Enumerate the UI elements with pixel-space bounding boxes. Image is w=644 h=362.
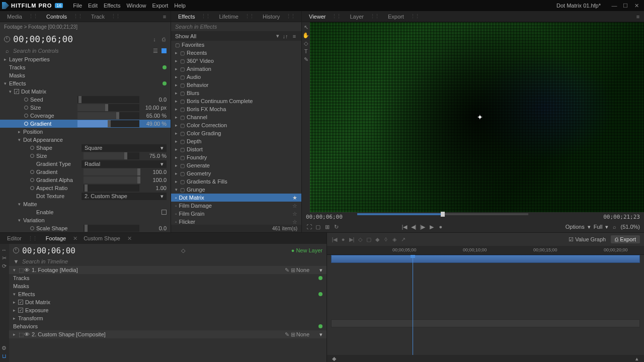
category-foundry[interactable]: Foundry (187, 154, 207, 160)
sort-icon[interactable]: ↓↑ (282, 33, 288, 39)
category-favorites[interactable]: Favorites (182, 42, 204, 48)
layer-tracks[interactable]: Tracks (13, 275, 30, 281)
pen-tool-icon[interactable]: ✎ (303, 56, 309, 62)
category-behavior[interactable]: Behavior (187, 82, 208, 88)
visibility-icon[interactable]: 👁 (24, 267, 30, 273)
viewer-canvas[interactable]: ✦ (310, 22, 644, 212)
enable-checkbox[interactable] (162, 210, 167, 215)
loop-icon[interactable]: ↻ (333, 224, 339, 230)
section-effects[interactable]: Effects (9, 80, 26, 86)
kf-prev-icon[interactable]: |◀ (331, 236, 338, 243)
keyframe-toggle[interactable] (24, 98, 28, 102)
effect-enable-checkbox[interactable]: ✓ (14, 89, 19, 94)
lock-icon[interactable]: ⬚ (18, 267, 24, 273)
effect-film-damage[interactable]: Film Damage (179, 203, 212, 209)
category-boris-continuum[interactable]: Boris Continuum Complete (187, 98, 253, 104)
slice-tool-icon[interactable]: ✂ (1, 255, 7, 261)
effect-dot-matrix[interactable]: Dot Matrix (179, 195, 204, 201)
favorite-star-icon[interactable]: ☆ (292, 203, 297, 209)
kf-next-icon[interactable]: ▶| (348, 236, 355, 243)
size-slider[interactable] (77, 104, 139, 111)
keyframe-toggle[interactable] (30, 146, 34, 150)
seed-slider[interactable] (77, 96, 139, 103)
kf-icon[interactable]: ◇ (180, 247, 186, 253)
tab-controls[interactable]: Controls (42, 13, 71, 21)
da-gradient-slider[interactable] (84, 168, 139, 175)
category-generate[interactable]: Generate (187, 162, 210, 168)
keyframe-toggle[interactable] (30, 170, 34, 174)
category-color-correction[interactable]: Color Correction (187, 122, 227, 128)
minimize-button[interactable]: — (609, 1, 620, 11)
snap-icon[interactable]: ⊔ (1, 353, 7, 359)
hand-tool-icon[interactable]: ✋ (303, 32, 309, 38)
edit-icon[interactable]: ✎ (284, 267, 290, 273)
aspect-slider[interactable] (84, 185, 139, 192)
grad-type-dropdown[interactable]: Radial▾ (82, 160, 167, 168)
layer-masks[interactable]: Masks (13, 283, 29, 289)
tab-lifetime[interactable]: Lifetime (215, 13, 243, 21)
next-frame-icon[interactable]: ▶ (429, 224, 435, 230)
zoom-end-icon[interactable]: ▴ (634, 355, 640, 361)
close-icon[interactable]: ✕ (73, 235, 77, 242)
keyframe-toggle[interactable] (30, 178, 34, 182)
category-audio[interactable]: Audio (187, 74, 201, 80)
text-tool-icon[interactable]: T (303, 48, 309, 54)
category-color-grading[interactable]: Color Grading (187, 130, 221, 136)
fx-exposure[interactable]: Exposure (25, 307, 48, 313)
category-geometry[interactable]: Geometry (187, 170, 211, 176)
grid-icon[interactable]: ⊞ (290, 331, 296, 337)
shape-dropdown[interactable]: Square▾ (82, 144, 167, 152)
track-clip[interactable] (331, 255, 640, 263)
keyframe-toggle[interactable] (24, 122, 28, 126)
gradient-slider[interactable] (77, 120, 139, 127)
add-icon[interactable] (318, 324, 323, 328)
lock-icon[interactable]: ⬚ (18, 331, 24, 337)
menu-edit[interactable]: Edit (88, 3, 98, 9)
da-size-slider[interactable] (84, 152, 139, 159)
dot-tex-dropdown[interactable]: 2. Custom Shape▾ (82, 193, 167, 200)
quality-dropdown[interactable]: Full (594, 224, 603, 230)
favorite-star-icon[interactable]: ★ (292, 195, 297, 201)
goto-end-icon[interactable]: ● (438, 224, 444, 230)
settings-icon[interactable]: ⚙ (1, 345, 7, 351)
tab-history[interactable]: History (259, 13, 284, 21)
effect-flicker[interactable]: Flicker (179, 219, 195, 225)
track-clip[interactable] (331, 319, 640, 327)
effect-name[interactable]: Dot Matrix (21, 88, 46, 95)
keyframe-prev-icon[interactable]: ↓ (151, 36, 157, 42)
edit-icon[interactable]: ✎ (284, 331, 290, 337)
viewer-scrubber[interactable] (357, 213, 528, 215)
zoom-level[interactable]: (51.0%) (620, 224, 640, 230)
category-depth[interactable]: Depth (187, 138, 201, 144)
show-all-dropdown[interactable]: Show All (175, 33, 196, 39)
category-gradients[interactable]: Gradients & Fills (187, 178, 227, 185)
menu-effects[interactable]: Effects (104, 3, 120, 9)
panel-menu-icon[interactable]: ≡ (635, 14, 641, 20)
kf-hold-icon[interactable]: ◈ (391, 236, 398, 243)
list-icon[interactable]: ≡ (291, 33, 297, 39)
mask-tool-icon[interactable]: ◇ (303, 40, 309, 46)
tab-viewer[interactable]: Viewer (305, 13, 330, 21)
category-recents[interactable]: Recents (187, 50, 207, 56)
prev-frame-icon[interactable]: ◀| (411, 224, 417, 230)
layer-effects[interactable]: Effects (18, 291, 35, 297)
category-boris-mocha[interactable]: Boris FX Mocha (187, 106, 226, 112)
keyframe-toggle[interactable] (30, 226, 34, 230)
kf-linear-icon[interactable]: ▢ (365, 236, 372, 243)
goto-start-icon[interactable]: |◀ (401, 224, 408, 230)
keyframe-toggle[interactable] (24, 106, 28, 110)
layer-transform[interactable]: Transform (18, 315, 43, 321)
menu-help[interactable]: Help (174, 3, 186, 9)
layer-2[interactable]: 2. Custom Shape [Composite] (32, 331, 284, 337)
category-distort[interactable]: Distort (187, 146, 203, 152)
kf-diamond-icon[interactable]: ◇ (357, 236, 364, 243)
export-button[interactable]: ⎙ Export (611, 235, 640, 243)
blend-mode-dropdown[interactable]: None (296, 331, 309, 337)
grad-alpha-slider[interactable] (84, 176, 139, 184)
keyframe-toggle[interactable] (24, 114, 28, 118)
blend-mode-dropdown[interactable]: None (296, 267, 309, 273)
tab-footage[interactable]: Footage (42, 234, 70, 242)
tab-editor[interactable]: Editor (3, 234, 26, 242)
close-button[interactable]: ✕ (631, 1, 642, 11)
favorite-star-icon[interactable]: ☆ (292, 219, 297, 225)
